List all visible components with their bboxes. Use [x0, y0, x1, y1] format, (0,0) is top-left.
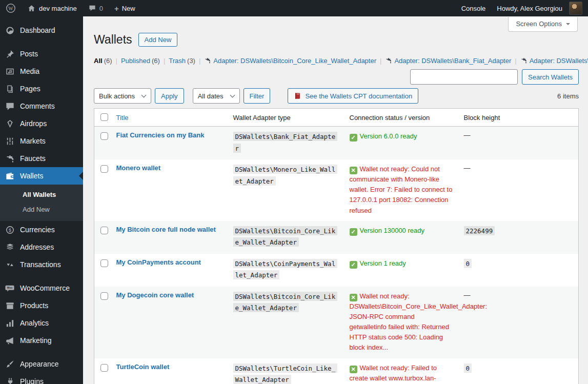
sidebar-item-media[interactable]: Media [0, 63, 83, 80]
view-filter-link[interactable]: Adapter: DSWallets\Bitcoin_Core_Like_Wal… [213, 57, 376, 65]
row-checkbox[interactable] [100, 259, 108, 267]
select-all-header [94, 109, 111, 127]
block-height-value: 0 [464, 259, 472, 268]
adapter-filter-icon [520, 57, 528, 64]
menu-separator [0, 349, 83, 355]
block-height-value: — [464, 131, 471, 139]
submenu-item-all-wallets[interactable]: All Wallets [0, 187, 83, 202]
admin-menu: DashboardPostsMediaPagesCommentsAirdrops… [0, 16, 83, 384]
console-link[interactable]: Console [456, 0, 492, 16]
sidebar-item-posts[interactable]: Posts [0, 45, 83, 63]
status-cell: ✓Version 1 ready [344, 254, 459, 287]
view-filter-item: Adapter: DSWallets\Bank_Fiat_Adapter [385, 57, 520, 65]
add-new-button[interactable]: Add New [138, 33, 178, 47]
menu-separator [0, 39, 83, 45]
sidebar-item-faucets[interactable]: Faucets [0, 150, 83, 167]
dates-filter-select[interactable]: All dates [193, 88, 240, 104]
view-filter-count: (6) [152, 57, 160, 65]
adapter-class-code: DSWallets\Bank_Fiat_Adapter [233, 132, 338, 153]
row-checkbox[interactable] [100, 132, 108, 140]
table-row: Monero walletDSWallets\Monero_Like_Walle… [94, 159, 579, 221]
status-ok-icon: ✓ [350, 261, 357, 269]
status-ok-icon: ✓ [350, 228, 357, 236]
svg-text:W: W [8, 6, 13, 11]
row-checkbox[interactable] [100, 292, 108, 300]
row-checkbox[interactable] [100, 364, 108, 372]
apply-button[interactable]: Apply [155, 88, 184, 104]
sidebar-item-analytics[interactable]: Analytics [0, 314, 83, 332]
book-icon [294, 92, 301, 100]
docs-button[interactable]: See the Wallets CPT documentation [288, 88, 418, 104]
sidebar-item-woocommerce[interactable]: WooWooCommerce [0, 279, 83, 297]
wallet-title-link[interactable]: My CoinPayments account [116, 258, 201, 266]
sidebar-item-currencies[interactable]: $Currencies [0, 221, 83, 238]
status-cell: ✓Version 6.0.0 ready [344, 127, 459, 160]
wordpress-logo-menu[interactable]: W [0, 0, 22, 16]
admin-bar: W dev machine 0 + New Console Howdy, Ale… [0, 0, 588, 16]
sidebar-item-label: Faucets [20, 154, 46, 163]
status-fail-icon: ✕ [350, 294, 357, 301]
sidebar-item-pages[interactable]: Pages [0, 80, 83, 97]
view-filter-link[interactable]: Trash [169, 57, 186, 65]
row-checkbox[interactable] [100, 227, 108, 234]
block-height-cell: — [459, 159, 579, 221]
sidebar-item-label: Markets [20, 137, 46, 145]
view-filter-item: All(6) [94, 57, 121, 65]
wallet-title-link[interactable]: Monero wallet [116, 164, 161, 172]
bulk-actions-select[interactable]: Bulk actions [94, 88, 151, 104]
row-select-cell [94, 254, 111, 287]
addresses-icon [5, 242, 15, 252]
page-title: Wallets [94, 32, 132, 47]
filter-label: Filter [250, 92, 265, 100]
view-filter-link[interactable]: Adapter: DSWallets\Bank_Fiat_Adapter [394, 57, 511, 65]
view-filter-link[interactable]: All [94, 57, 103, 65]
title-cell: My Bitcoin core full node wallet [111, 221, 228, 254]
sidebar-item-products[interactable]: Products [0, 297, 83, 314]
row-select-cell [94, 358, 111, 384]
submenu-item-add-new[interactable]: Add New [0, 202, 83, 217]
sidebar-item-dashboard[interactable]: Dashboard [0, 22, 83, 39]
row-select-cell [94, 221, 111, 254]
media-icon [5, 67, 15, 76]
sidebar-item-appearance[interactable]: Appearance [0, 355, 83, 373]
wallet-title-link[interactable]: Fiat Currencies on my Bank [116, 131, 205, 139]
items-count: 6 items [557, 92, 579, 100]
site-name-link[interactable]: dev machine [22, 0, 83, 16]
wallet-title-link[interactable]: My Bitcoin core full node wallet [116, 226, 216, 233]
block-height-cell: — [459, 287, 579, 358]
search-wallets-label: Search Wallets [528, 73, 573, 81]
sidebar-item-comments[interactable]: Comments [0, 97, 83, 115]
new-label: New [122, 5, 135, 12]
sidebar-item-marketing[interactable]: Marketing [0, 332, 83, 349]
view-filter-link[interactable]: Published [121, 57, 150, 65]
comments-icon [5, 102, 15, 111]
sidebar-item-label: Dashboard [20, 26, 55, 34]
comment-bubble-icon [88, 4, 96, 12]
markets-icon [5, 136, 15, 146]
active-menu-arrow [75, 172, 83, 180]
table-row: My CoinPayments accountDSWallets\CoinPay… [94, 254, 579, 287]
search-input[interactable] [410, 69, 518, 85]
comments-badge[interactable]: 0 [83, 0, 109, 16]
row-checkbox[interactable] [100, 165, 108, 173]
docs-label: See the Wallets CPT documentation [305, 92, 412, 100]
filter-button[interactable]: Filter [244, 88, 271, 104]
status-cell: ✕Wallet not ready: DSWallets\Bitcoin_Cor… [344, 287, 459, 358]
sidebar-item-label: Plugins [20, 377, 44, 384]
wallet-title-link[interactable]: TurtleCoin wallet [116, 363, 170, 371]
sidebar-item-transactions[interactable]: Transactions [0, 256, 83, 273]
sort-by-title-link[interactable]: Title [116, 114, 129, 122]
sidebar-item-label: Currencies [20, 226, 55, 234]
view-filter-link[interactable]: Adapter: DSWallets\CoinPayments_Wallet_A… [530, 57, 588, 65]
sidebar-item-wallets[interactable]: Wallets [0, 167, 83, 185]
select-all-checkbox[interactable] [100, 113, 108, 121]
sidebar-item-airdrops[interactable]: Airdrops [0, 115, 83, 132]
search-wallets-button[interactable]: Search Wallets [522, 69, 579, 85]
chevron-down-icon [230, 92, 235, 97]
sidebar-item-markets[interactable]: Markets [0, 132, 83, 150]
sidebar-item-plugins[interactable]: Plugins [0, 373, 83, 384]
my-account-menu[interactable]: Howdy, Alex Georgiou [491, 0, 588, 16]
sidebar-item-addresses[interactable]: Addresses [0, 238, 83, 256]
wallet-title-link[interactable]: My Dogecoin core wallet [116, 291, 194, 299]
new-content-menu[interactable]: + New [109, 0, 141, 16]
